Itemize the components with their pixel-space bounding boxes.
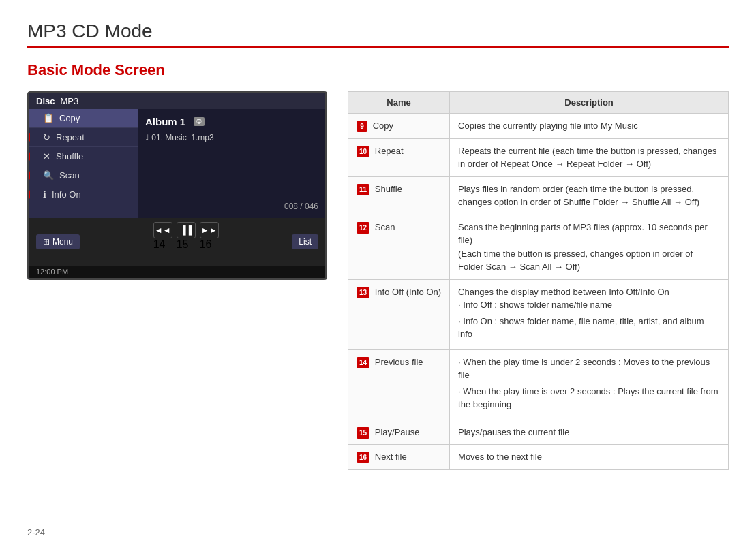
num-tag-11: 11 [357,184,369,195]
playpause-badge: 15 [177,238,189,250]
menu-num-11: 11 [27,152,30,161]
content-area: Disc MP3 9 📋 Copy 10 ↻ Repeat [27,91,729,470]
menu-item-repeat[interactable]: 10 ↻ Repeat [29,128,138,147]
info-bullet-1: Info Off : shows folder name/file name [458,298,720,312]
prev-bullet-1: When the play time is under 2 seconds : … [458,356,720,382]
menu-item-info[interactable]: 13 ℹ Info On [29,185,138,204]
prev-bullet-2: When the play time is over 2 seconds : P… [458,385,720,411]
menu-label-scan: Scan [59,170,80,180]
screen-left-menu: 9 📋 Copy 10 ↻ Repeat 11 ✕ Shuffle [29,109,138,218]
screen-top-bar: Disc MP3 [29,93,325,109]
menu-item-copy[interactable]: 9 📋 Copy [29,109,138,128]
info-bullet-list: Info Off : shows folder name/file name I… [458,298,720,341]
mp3-label: MP3 [60,96,78,106]
row-name-repeat: 10 Repeat [348,138,450,176]
section-title: Basic Mode Screen [27,61,729,79]
menu-num-9: 9 [27,114,28,123]
screen-content: 9 📋 Copy 10 ↻ Repeat 11 ✕ Shuffle [29,109,325,218]
name-next: Next file [375,452,407,462]
row-desc-repeat: Repeats the current file (each time the … [450,138,729,176]
table-panel: Name Description 9 Copy Copies the curre… [348,91,729,470]
time-display: 12:00 PM [29,266,325,278]
prev-icon: ◄◄ [155,225,171,235]
info-desc-header: Changes the display method between Info … [458,285,720,299]
num-tag-13: 13 [357,287,369,298]
scan-desc-1: Scans the beginning parts of MP3 files (… [458,222,708,246]
menu-button[interactable]: ⊞ Menu [36,234,80,249]
disc-label: Disc [36,96,55,106]
table-row: 14 Previous file When the play time is u… [348,349,729,420]
page-number: 2-24 [27,527,45,537]
num-tag-16: 16 [357,452,369,463]
row-desc-scan: Scans the beginning parts of MP3 files (… [450,215,729,279]
list-button[interactable]: List [292,234,318,249]
menu-label-info: Info On [52,189,81,200]
menu-grid-icon: ⊞ [43,237,50,247]
page-title: MP3 CD Mode [27,20,729,42]
row-desc-next: Moves to the next file [450,445,729,470]
name-scan: Scan [375,222,395,232]
row-name-copy: 9 Copy [348,114,450,139]
table-row: 11 Shuffle Plays files in random order (… [348,176,729,215]
prev-bullet-list: When the play time is under 2 seconds : … [458,356,720,411]
prev-button[interactable]: ◄◄ [153,222,172,238]
menu-num-13: 13 [27,190,30,199]
name-prev: Previous file [375,357,423,367]
screen-mockup: Disc MP3 9 📋 Copy 10 ↻ Repeat [27,91,327,280]
row-desc-prev: When the play time is under 2 seconds : … [450,349,729,420]
row-desc-info: Changes the display method between Info … [450,279,729,349]
playpause-icon: ▐▐ [180,225,192,235]
name-repeat: Repeat [375,146,404,156]
scan-desc-2: (Each time the button is pressed, change… [458,249,693,272]
table-row: 10 Repeat Repeats the current file (each… [348,138,729,176]
row-desc-copy: Copies the currently playing file into M… [450,114,729,139]
menu-item-scan[interactable]: 12 🔍 Scan [29,166,138,185]
row-name-playpause: 15 Play/Pause [348,420,450,445]
list-btn-label: List [299,237,312,247]
next-icon: ►► [201,225,217,235]
screen-album: Album 1 © [145,116,318,127]
num-tag-14: 14 [357,357,369,368]
num-tag-9: 9 [357,121,367,132]
table-row: 16 Next file Moves to the next file [348,445,729,470]
info-table: Name Description 9 Copy Copies the curre… [348,91,729,470]
num-tag-12: 12 [357,222,369,234]
row-desc-shuffle: Plays files in random order (each time t… [450,176,729,215]
name-info: Info Off (Info On) [375,287,441,297]
name-shuffle: Shuffle [375,184,402,194]
name-copy: Copy [373,121,393,131]
screen-bottom-bar: ⊞ Menu ◄◄ 14 ▐▐ 15 [29,218,325,266]
next-badge: 16 [200,238,212,250]
row-name-shuffle: 11 Shuffle [348,176,450,215]
scan-icon: 🔍 [43,170,54,180]
menu-num-10: 10 [27,133,30,142]
menu-num-12: 12 [27,171,30,180]
screen-counter: 008 / 046 [145,202,318,211]
info-bullet-2: Info On : shows folder name, file name, … [458,315,720,341]
row-name-scan: 12 Scan [348,215,450,279]
row-name-next: 16 Next file [348,445,450,470]
screen-track: ♩ 01. Music_1.mp3 [145,133,318,142]
info-icon: ℹ [43,189,46,200]
title-divider [27,46,729,48]
col-name-header: Name [348,92,450,114]
playpause-button[interactable]: ▐▐ [177,222,196,238]
num-tag-10: 10 [357,146,369,157]
control-buttons: ◄◄ 14 ▐▐ 15 ►► 16 [153,222,219,262]
menu-btn-label: Menu [52,237,73,247]
table-row: 9 Copy Copies the currently playing file… [348,114,729,139]
screen-panel: Disc MP3 9 📋 Copy 10 ↻ Repeat [27,91,327,280]
repeat-icon: ↻ [43,132,50,142]
name-playpause: Play/Pause [375,427,420,437]
next-button[interactable]: ►► [200,222,219,238]
row-name-info: 13 Info Off (Info On) [348,279,450,349]
screen-badge: © [194,117,204,126]
table-row: 12 Scan Scans the beginning parts of MP3… [348,215,729,279]
copy-icon: 📋 [43,113,54,123]
num-tag-15: 15 [357,427,369,439]
menu-label-shuffle: Shuffle [56,151,83,161]
menu-label-copy: Copy [59,113,80,123]
prev-badge: 14 [153,238,166,250]
table-row: 15 Play/Pause Plays/pauses the current f… [348,420,729,445]
menu-item-shuffle[interactable]: 11 ✕ Shuffle [29,147,138,166]
